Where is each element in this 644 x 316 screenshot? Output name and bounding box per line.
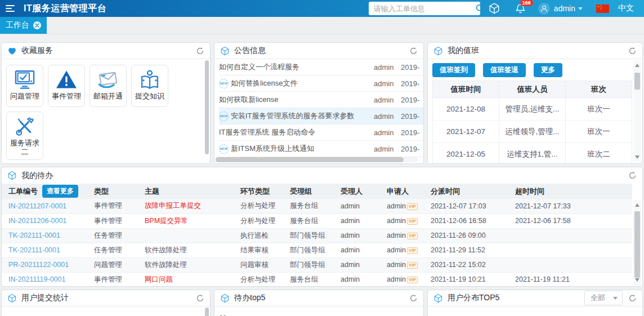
todo-scrollbar[interactable] bbox=[633, 200, 641, 285]
user-menu[interactable]: admin bbox=[554, 4, 583, 13]
refresh-icon[interactable] bbox=[196, 47, 204, 55]
new-icon: NEW bbox=[219, 112, 229, 121]
language-switch[interactable]: 中文 bbox=[618, 3, 634, 14]
announcement-item-highlighted[interactable]: NEW 安装IT服务管理系统的服务器要求参数 admin 2019- bbox=[219, 108, 423, 124]
cube-icon bbox=[433, 46, 443, 56]
todo-table-row[interactable]: PR-20211122-0001 问题管理 软件故障处理 问题审核 部门领导组 … bbox=[2, 257, 632, 272]
todo-table-row[interactable]: TK-202111-0001 任务管理 执行巡检 部门领导组 admin adm… bbox=[2, 228, 632, 243]
assigned-time-cell: 2021-12-07 17:03 bbox=[424, 199, 508, 213]
cube-icon bbox=[7, 171, 17, 180]
user-submit-stats-body bbox=[2, 306, 210, 316]
view-more-button[interactable]: 查看更多 bbox=[42, 185, 78, 198]
tab-bar: 工作台 bbox=[0, 17, 644, 34]
duty-more-button[interactable]: 更多 bbox=[534, 63, 562, 77]
announcement-author: admin bbox=[374, 96, 401, 104]
scroll-down-arrow[interactable] bbox=[635, 278, 639, 282]
scroll-up-arrow[interactable] bbox=[635, 64, 639, 67]
todo-table-row[interactable]: IN-20211206-0001 事件管理 BPM提交异常 分析与处理 服务台组… bbox=[2, 213, 632, 228]
scrollbar-thumb[interactable] bbox=[205, 60, 209, 154]
type-cell: 问题管理 bbox=[87, 257, 138, 272]
user-avatar[interactable] bbox=[538, 3, 550, 15]
china-flag-icon[interactable] bbox=[596, 5, 609, 13]
announcement-item[interactable]: 如何获取新license admin 2019- bbox=[219, 92, 423, 108]
favorites-scrollbar[interactable] bbox=[205, 60, 209, 162]
work-order-id-link[interactable]: TK-202111-0001 bbox=[2, 243, 87, 257]
duty-check-out-button[interactable]: 值班签退 bbox=[483, 63, 526, 77]
announcement-item[interactable]: NEW 新ITSM系统升级上线通知 admin 2019- bbox=[219, 141, 423, 157]
work-order-search[interactable] bbox=[369, 2, 480, 15]
work-order-id-link[interactable]: TK-202111-0001 bbox=[2, 228, 87, 243]
user-submit-stats-panel: 用户提交统计 bbox=[1, 290, 211, 316]
todo-table: 工单编号查看更多 类型 主题 环节类型 受理组 受理人 申请人 分派时间 超时时… bbox=[2, 184, 632, 286]
refresh-icon[interactable] bbox=[628, 171, 637, 180]
work-order-id-link[interactable]: IN-20211207-0001 bbox=[2, 199, 87, 213]
assigned-time-cell: 2021-11-29 11:52 bbox=[424, 243, 508, 257]
type-cell: 事件管理 bbox=[87, 199, 138, 213]
duty-table-row[interactable]: 2021-12-05 运维支持1,管... 班次二 bbox=[433, 143, 632, 164]
vip-badge: VIP bbox=[407, 247, 418, 254]
work-order-id-link[interactable]: PR-20211122-0001 bbox=[2, 257, 87, 272]
service-tile-knowledge[interactable]: 提交知识 bbox=[131, 65, 168, 107]
announcement-title: 如何获取新license bbox=[219, 95, 374, 105]
announcement-item[interactable]: NEW 如何替换license文件 admin 2019- bbox=[219, 75, 423, 92]
scope-filter-select[interactable]: 全部 bbox=[584, 291, 623, 305]
handler-cell: admin bbox=[334, 228, 380, 243]
applicant-cell: adminVIP bbox=[380, 199, 424, 213]
refresh-icon[interactable] bbox=[196, 294, 204, 302]
scrollbar-thumb[interactable] bbox=[216, 157, 404, 162]
refresh-icon[interactable] bbox=[409, 47, 418, 55]
refresh-icon[interactable] bbox=[628, 47, 637, 55]
duty-table-row[interactable]: 2021-12-08 管理员,运维支... 班次一 bbox=[433, 98, 632, 121]
column-header: 环节类型 bbox=[234, 184, 283, 199]
service-tile-incident[interactable]: 事件管理 bbox=[48, 65, 85, 107]
announcement-item[interactable]: 如何自定义一个流程服务 admin 2019- bbox=[219, 59, 423, 75]
favorites-panel: 收藏服务 问题管理 事件管理 邮箱开 bbox=[1, 42, 211, 164]
service-tile-email[interactable]: 邮箱开通 bbox=[90, 65, 127, 107]
duty-check-in-button[interactable]: 值班签到 bbox=[432, 63, 475, 77]
duty-scrollbar[interactable] bbox=[633, 60, 641, 162]
handler-cell: admin bbox=[334, 199, 380, 213]
todo-table-row[interactable]: IN-20211119-0001 事件管理 网口问题 分析与处理 服务台组 ad… bbox=[2, 272, 632, 286]
service-tile-service-request[interactable]: 服务请求二 bbox=[6, 112, 43, 160]
todo-panel-header: 我的待办 bbox=[2, 167, 642, 184]
duty-panel-header: 我的值班 bbox=[428, 43, 642, 59]
announcement-author: admin bbox=[374, 145, 401, 153]
refresh-icon[interactable] bbox=[628, 294, 637, 302]
search-input[interactable] bbox=[369, 5, 475, 13]
tab-close-icon[interactable] bbox=[33, 21, 41, 29]
todo-top5-header: 待办top5 bbox=[214, 290, 423, 306]
panel-title: 公告信息 bbox=[234, 46, 409, 56]
todo-top5-body: 20 bbox=[214, 306, 423, 316]
announcement-item[interactable]: IT服务管理系统 服务启动命令 admin 2019- bbox=[219, 124, 423, 141]
scroll-down-arrow[interactable] bbox=[635, 155, 639, 159]
announcement-date: 2019- bbox=[401, 96, 423, 104]
column-header: 值班人员 bbox=[499, 81, 566, 98]
todo-table-row[interactable]: TK-202111-0001 任务管理 软件故障处理 结果审核 部门领导组 ad… bbox=[2, 243, 632, 257]
menu-toggle-icon[interactable] bbox=[6, 3, 16, 14]
scrollbar-thumb[interactable] bbox=[205, 308, 209, 316]
duty-panel-body: 值班签到 值班签退 更多 值班时间 值班人员 班次 2021-12- bbox=[428, 59, 642, 163]
search-icon[interactable] bbox=[475, 3, 485, 14]
scrollbar-thumb[interactable] bbox=[634, 211, 640, 278]
duty-table-row[interactable]: 2021-12-07 运维领导,管理... 班次一 bbox=[433, 121, 632, 143]
tab-workbench[interactable]: 工作台 bbox=[0, 17, 47, 34]
scroll-up-arrow[interactable] bbox=[635, 203, 639, 207]
applicant-cell: adminVIP bbox=[380, 243, 424, 257]
app-cube-icon[interactable] bbox=[488, 2, 500, 15]
notifications-bell-icon[interactable]: 166 bbox=[515, 3, 526, 14]
work-order-id-link[interactable]: IN-20211119-0001 bbox=[2, 272, 87, 286]
stats-scrollbar[interactable] bbox=[205, 308, 209, 316]
todo-table-row[interactable]: IN-20211207-0001 事件管理 故障申报工单提交 分析与处理 服务台… bbox=[2, 199, 632, 213]
applicant-cell: adminVIP bbox=[380, 272, 424, 286]
service-tile-problem[interactable]: 问题管理 bbox=[6, 65, 43, 107]
vip-badge: VIP bbox=[407, 203, 418, 210]
work-order-id-link[interactable]: IN-20211206-0001 bbox=[2, 213, 87, 228]
vip-badge: VIP bbox=[407, 277, 418, 283]
announcement-title: 如何替换license文件 bbox=[231, 78, 374, 88]
refresh-icon[interactable] bbox=[409, 294, 418, 302]
applicant-cell: adminVIP bbox=[380, 213, 424, 228]
vip-badge: VIP bbox=[407, 218, 418, 225]
scrollbar-thumb[interactable] bbox=[634, 73, 640, 90]
announcements-hscrollbar[interactable] bbox=[216, 157, 418, 162]
announcement-title: IT服务管理系统 服务启动命令 bbox=[219, 127, 374, 137]
